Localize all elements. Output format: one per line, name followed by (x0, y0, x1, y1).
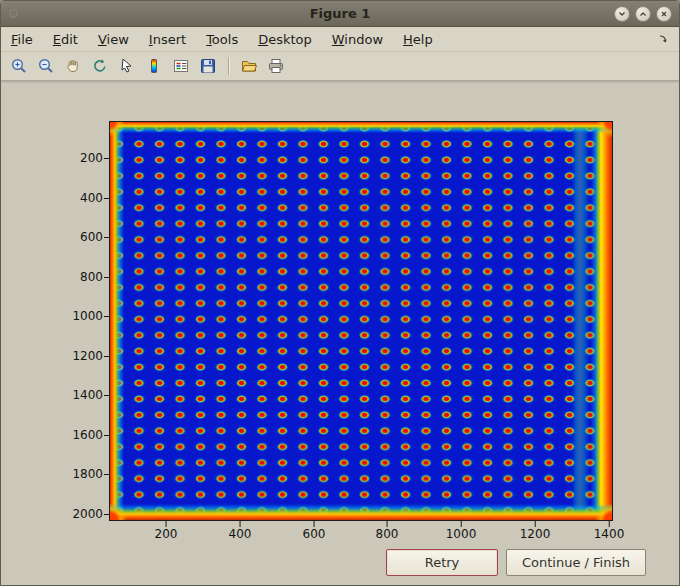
data-cursor-icon[interactable] (116, 55, 138, 77)
rotate-3d-icon[interactable] (89, 55, 111, 77)
y-tick-label: 400 (59, 192, 103, 204)
menu-insert[interactable]: Insert (149, 32, 186, 47)
x-tick-label: 200 (155, 528, 178, 540)
y-tick-label: 1800 (59, 468, 103, 480)
figure-canvas: 200 400 600 800 1000 1200 1400 1600 1800… (1, 81, 679, 585)
y-tick-label: 1000 (59, 310, 103, 322)
y-tick-label: 1400 (59, 389, 103, 401)
close-button[interactable] (656, 6, 672, 22)
x-tick-label: 1400 (594, 528, 625, 540)
menu-file[interactable]: File (11, 32, 33, 47)
zoom-in-icon[interactable] (8, 55, 30, 77)
open-folder-icon[interactable] (238, 55, 260, 77)
x-tick-label: 1200 (520, 528, 551, 540)
y-tick-label: 1600 (59, 429, 103, 441)
print-icon[interactable] (265, 55, 287, 77)
x-tick-label: 400 (229, 528, 252, 540)
chevron-down-icon (617, 9, 627, 19)
menu-edit[interactable]: Edit (53, 32, 78, 47)
continue-finish-button[interactable]: Continue / Finish (506, 549, 646, 576)
menu-tools[interactable]: Tools (206, 32, 238, 47)
menu-desktop[interactable]: Desktop (258, 32, 312, 47)
close-icon (659, 9, 669, 19)
toolbar-separator (228, 57, 229, 75)
plot-image[interactable] (110, 122, 612, 520)
menu-help[interactable]: Help (403, 32, 433, 47)
menu-view[interactable]: View (98, 32, 129, 47)
x-tick-label: 1000 (446, 528, 477, 540)
legend-icon[interactable] (170, 55, 192, 77)
titlebar[interactable]: Figure 1 (1, 1, 679, 27)
x-tick-label: 800 (376, 528, 399, 540)
figure-toolbar (1, 52, 679, 81)
heatmap-edge-artifacts (110, 122, 612, 520)
y-tick-label: 200 (59, 152, 103, 164)
window-menu-icon[interactable] (9, 9, 18, 18)
window-controls (614, 6, 679, 22)
y-tick-label: 600 (59, 231, 103, 243)
save-icon[interactable] (197, 55, 219, 77)
figure-window: Figure 1 File Edit View Insert Tools Des… (0, 0, 680, 586)
y-tick-label: 2000 (59, 508, 103, 520)
y-tick-label: 1200 (59, 350, 103, 362)
menubar-overflow-icon[interactable] (657, 33, 669, 45)
retry-button[interactable]: Retry (386, 549, 498, 576)
pan-hand-icon[interactable] (62, 55, 84, 77)
chevron-up-icon (638, 9, 648, 19)
menu-window[interactable]: Window (332, 32, 383, 47)
zoom-out-icon[interactable] (35, 55, 57, 77)
menubar: File Edit View Insert Tools Desktop Wind… (1, 27, 679, 52)
maximize-button[interactable] (635, 6, 651, 22)
colorbar-icon[interactable] (143, 55, 165, 77)
x-tick-label: 600 (303, 528, 326, 540)
y-tick-label: 800 (59, 271, 103, 283)
minimize-button[interactable] (614, 6, 630, 22)
plot-axes (109, 121, 613, 521)
window-title: Figure 1 (1, 6, 679, 21)
